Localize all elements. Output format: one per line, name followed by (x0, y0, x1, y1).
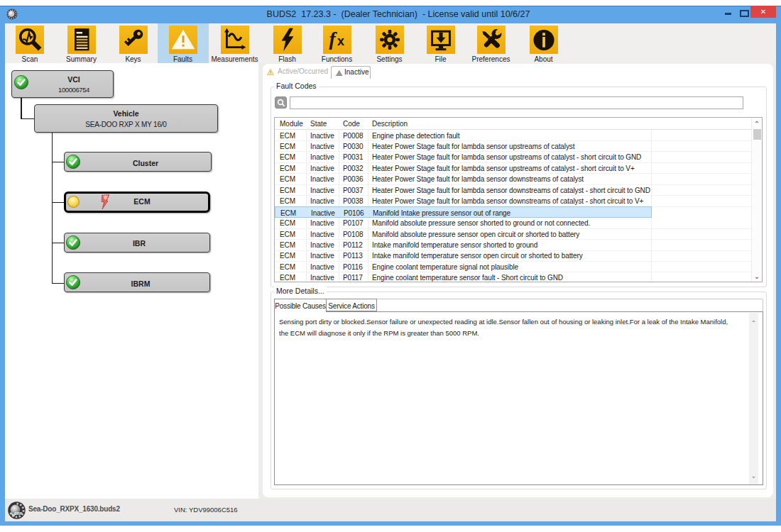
svg-text:BRP: BRP (14, 511, 22, 516)
svg-text:x: x (337, 34, 344, 48)
